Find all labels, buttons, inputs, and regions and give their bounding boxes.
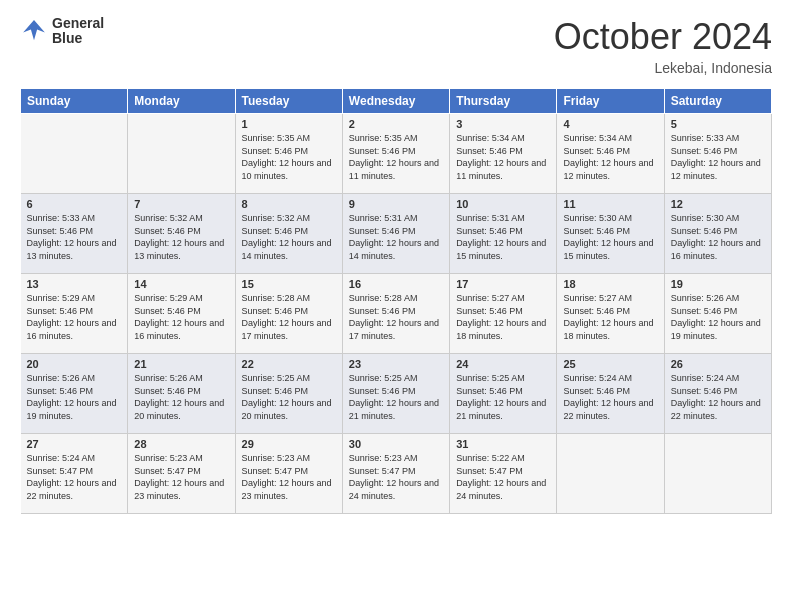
calendar-day-cell: 7Sunrise: 5:32 AMSunset: 5:46 PMDaylight… <box>128 194 235 274</box>
day-info: Sunrise: 5:26 AMSunset: 5:46 PMDaylight:… <box>671 293 761 341</box>
logo-bird-icon <box>20 17 48 45</box>
svg-marker-0 <box>23 21 45 41</box>
day-info: Sunrise: 5:28 AMSunset: 5:46 PMDaylight:… <box>242 293 332 341</box>
day-info: Sunrise: 5:23 AMSunset: 5:47 PMDaylight:… <box>349 453 439 501</box>
calendar-day-cell <box>128 114 235 194</box>
calendar-day-cell: 31Sunrise: 5:22 AMSunset: 5:47 PMDayligh… <box>450 434 557 514</box>
day-number: 27 <box>27 438 122 450</box>
calendar-day-cell: 12Sunrise: 5:30 AMSunset: 5:46 PMDayligh… <box>664 194 771 274</box>
calendar-day-cell: 5Sunrise: 5:33 AMSunset: 5:46 PMDaylight… <box>664 114 771 194</box>
calendar-day-cell: 24Sunrise: 5:25 AMSunset: 5:46 PMDayligh… <box>450 354 557 434</box>
weekday-header-cell: Thursday <box>450 89 557 114</box>
day-number: 13 <box>27 278 122 290</box>
day-info: Sunrise: 5:25 AMSunset: 5:46 PMDaylight:… <box>242 373 332 421</box>
day-number: 30 <box>349 438 443 450</box>
day-number: 8 <box>242 198 336 210</box>
day-number: 21 <box>134 358 228 370</box>
calendar-week-row: 27Sunrise: 5:24 AMSunset: 5:47 PMDayligh… <box>21 434 772 514</box>
day-number: 24 <box>456 358 550 370</box>
day-number: 11 <box>563 198 657 210</box>
day-number: 7 <box>134 198 228 210</box>
calendar-week-row: 1Sunrise: 5:35 AMSunset: 5:46 PMDaylight… <box>21 114 772 194</box>
day-number: 22 <box>242 358 336 370</box>
day-info: Sunrise: 5:34 AMSunset: 5:46 PMDaylight:… <box>456 133 546 181</box>
day-number: 10 <box>456 198 550 210</box>
logo: General Blue <box>20 16 104 47</box>
day-number: 23 <box>349 358 443 370</box>
calendar-day-cell: 2Sunrise: 5:35 AMSunset: 5:46 PMDaylight… <box>342 114 449 194</box>
calendar-day-cell: 29Sunrise: 5:23 AMSunset: 5:47 PMDayligh… <box>235 434 342 514</box>
day-info: Sunrise: 5:29 AMSunset: 5:46 PMDaylight:… <box>134 293 224 341</box>
location: Lekebai, Indonesia <box>554 60 772 76</box>
day-number: 2 <box>349 118 443 130</box>
day-info: Sunrise: 5:30 AMSunset: 5:46 PMDaylight:… <box>671 213 761 261</box>
day-number: 20 <box>27 358 122 370</box>
weekday-header-cell: Wednesday <box>342 89 449 114</box>
calendar-day-cell: 30Sunrise: 5:23 AMSunset: 5:47 PMDayligh… <box>342 434 449 514</box>
day-info: Sunrise: 5:24 AMSunset: 5:46 PMDaylight:… <box>671 373 761 421</box>
weekday-header-cell: Monday <box>128 89 235 114</box>
calendar-week-row: 13Sunrise: 5:29 AMSunset: 5:46 PMDayligh… <box>21 274 772 354</box>
calendar-day-cell: 15Sunrise: 5:28 AMSunset: 5:46 PMDayligh… <box>235 274 342 354</box>
day-number: 17 <box>456 278 550 290</box>
day-number: 12 <box>671 198 765 210</box>
day-info: Sunrise: 5:26 AMSunset: 5:46 PMDaylight:… <box>134 373 224 421</box>
logo-text: General Blue <box>52 16 104 47</box>
day-number: 1 <box>242 118 336 130</box>
day-number: 31 <box>456 438 550 450</box>
day-info: Sunrise: 5:23 AMSunset: 5:47 PMDaylight:… <box>242 453 332 501</box>
calendar-day-cell: 27Sunrise: 5:24 AMSunset: 5:47 PMDayligh… <box>21 434 128 514</box>
calendar-day-cell: 6Sunrise: 5:33 AMSunset: 5:46 PMDaylight… <box>21 194 128 274</box>
calendar-body: 1Sunrise: 5:35 AMSunset: 5:46 PMDaylight… <box>21 114 772 514</box>
day-info: Sunrise: 5:27 AMSunset: 5:46 PMDaylight:… <box>563 293 653 341</box>
day-number: 29 <box>242 438 336 450</box>
header: General Blue October 2024 Lekebai, Indon… <box>20 16 772 76</box>
day-info: Sunrise: 5:35 AMSunset: 5:46 PMDaylight:… <box>242 133 332 181</box>
day-number: 15 <box>242 278 336 290</box>
weekday-header-cell: Tuesday <box>235 89 342 114</box>
calendar-day-cell: 18Sunrise: 5:27 AMSunset: 5:46 PMDayligh… <box>557 274 664 354</box>
day-number: 6 <box>27 198 122 210</box>
page: General Blue October 2024 Lekebai, Indon… <box>0 0 792 612</box>
calendar-day-cell: 21Sunrise: 5:26 AMSunset: 5:46 PMDayligh… <box>128 354 235 434</box>
day-number: 18 <box>563 278 657 290</box>
day-info: Sunrise: 5:28 AMSunset: 5:46 PMDaylight:… <box>349 293 439 341</box>
day-number: 16 <box>349 278 443 290</box>
day-info: Sunrise: 5:22 AMSunset: 5:47 PMDaylight:… <box>456 453 546 501</box>
day-info: Sunrise: 5:32 AMSunset: 5:46 PMDaylight:… <box>134 213 224 261</box>
weekday-header-cell: Friday <box>557 89 664 114</box>
calendar-day-cell: 16Sunrise: 5:28 AMSunset: 5:46 PMDayligh… <box>342 274 449 354</box>
day-info: Sunrise: 5:30 AMSunset: 5:46 PMDaylight:… <box>563 213 653 261</box>
calendar-day-cell: 26Sunrise: 5:24 AMSunset: 5:46 PMDayligh… <box>664 354 771 434</box>
calendar-day-cell: 17Sunrise: 5:27 AMSunset: 5:46 PMDayligh… <box>450 274 557 354</box>
day-number: 3 <box>456 118 550 130</box>
calendar-day-cell: 23Sunrise: 5:25 AMSunset: 5:46 PMDayligh… <box>342 354 449 434</box>
day-info: Sunrise: 5:33 AMSunset: 5:46 PMDaylight:… <box>671 133 761 181</box>
day-info: Sunrise: 5:24 AMSunset: 5:47 PMDaylight:… <box>27 453 117 501</box>
calendar-day-cell <box>557 434 664 514</box>
day-info: Sunrise: 5:34 AMSunset: 5:46 PMDaylight:… <box>563 133 653 181</box>
day-info: Sunrise: 5:25 AMSunset: 5:46 PMDaylight:… <box>349 373 439 421</box>
month-title: October 2024 <box>554 16 772 58</box>
day-info: Sunrise: 5:29 AMSunset: 5:46 PMDaylight:… <box>27 293 117 341</box>
calendar-day-cell: 3Sunrise: 5:34 AMSunset: 5:46 PMDaylight… <box>450 114 557 194</box>
weekday-header-row: SundayMondayTuesdayWednesdayThursdayFrid… <box>21 89 772 114</box>
day-number: 4 <box>563 118 657 130</box>
day-info: Sunrise: 5:24 AMSunset: 5:46 PMDaylight:… <box>563 373 653 421</box>
weekday-header-cell: Saturday <box>664 89 771 114</box>
day-info: Sunrise: 5:25 AMSunset: 5:46 PMDaylight:… <box>456 373 546 421</box>
calendar-day-cell: 20Sunrise: 5:26 AMSunset: 5:46 PMDayligh… <box>21 354 128 434</box>
day-number: 25 <box>563 358 657 370</box>
calendar-day-cell: 9Sunrise: 5:31 AMSunset: 5:46 PMDaylight… <box>342 194 449 274</box>
day-number: 28 <box>134 438 228 450</box>
day-info: Sunrise: 5:27 AMSunset: 5:46 PMDaylight:… <box>456 293 546 341</box>
weekday-header-cell: Sunday <box>21 89 128 114</box>
day-info: Sunrise: 5:31 AMSunset: 5:46 PMDaylight:… <box>349 213 439 261</box>
calendar-day-cell: 4Sunrise: 5:34 AMSunset: 5:46 PMDaylight… <box>557 114 664 194</box>
calendar-day-cell <box>664 434 771 514</box>
calendar-week-row: 20Sunrise: 5:26 AMSunset: 5:46 PMDayligh… <box>21 354 772 434</box>
calendar-day-cell: 14Sunrise: 5:29 AMSunset: 5:46 PMDayligh… <box>128 274 235 354</box>
calendar-day-cell: 13Sunrise: 5:29 AMSunset: 5:46 PMDayligh… <box>21 274 128 354</box>
calendar-day-cell: 11Sunrise: 5:30 AMSunset: 5:46 PMDayligh… <box>557 194 664 274</box>
day-number: 5 <box>671 118 765 130</box>
